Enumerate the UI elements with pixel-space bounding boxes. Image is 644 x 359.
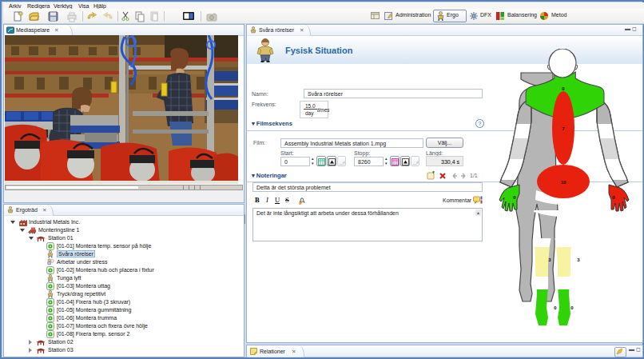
svg-text:3: 3 xyxy=(577,257,580,262)
svg-text:0: 0 xyxy=(554,305,557,310)
svg-text:10: 10 xyxy=(561,180,566,185)
svg-text:0: 0 xyxy=(570,305,574,310)
